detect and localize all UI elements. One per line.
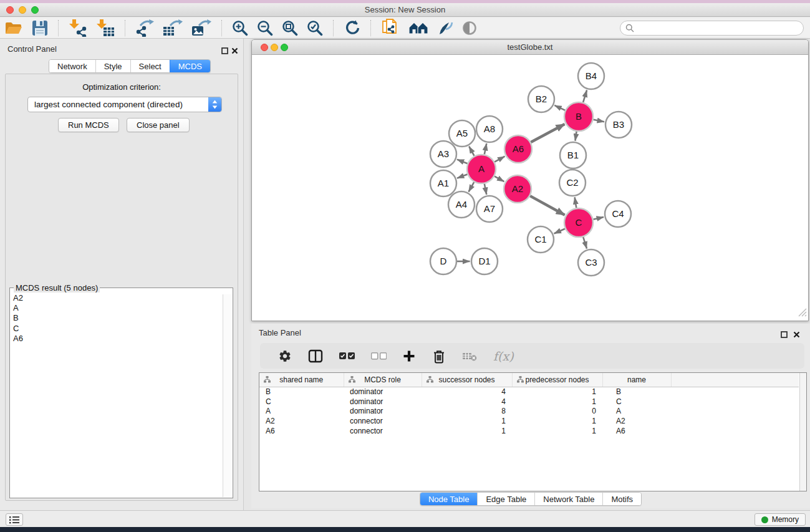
tab-style[interactable]: Style <box>95 60 130 72</box>
table-cell[interactable]: A <box>259 406 344 416</box>
table-cell[interactable]: A2 <box>259 416 344 426</box>
table-cell[interactable]: dominator <box>344 387 422 397</box>
task-history-button[interactable] <box>6 513 23 526</box>
graph-node-A7[interactable]: A7 <box>476 196 503 222</box>
import-network-button[interactable] <box>69 19 87 37</box>
mcds-result-item[interactable]: A6 <box>10 334 233 344</box>
table-cell[interactable]: 1 <box>512 387 602 397</box>
graph-node-C2[interactable]: C2 <box>559 170 586 196</box>
bird-view-button[interactable] <box>462 21 477 36</box>
graph-node-C3[interactable]: C3 <box>578 249 604 276</box>
table-row[interactable]: Cdominator41C <box>259 397 799 407</box>
network-close-button[interactable] <box>261 44 268 51</box>
memory-button[interactable]: Memory <box>755 513 806 526</box>
mcds-result-item[interactable]: C <box>10 324 233 334</box>
column-header-successor-nodes[interactable]: successor nodes <box>422 373 512 387</box>
zoom-fit-button[interactable] <box>282 20 298 36</box>
graph-node-A1[interactable]: A1 <box>430 170 456 196</box>
tab-mcds[interactable]: MCDS <box>170 60 210 72</box>
graph-node-B[interactable]: B <box>564 102 593 131</box>
table-cell[interactable]: dominator <box>344 406 422 416</box>
graph-node-A[interactable]: A <box>467 155 496 183</box>
table-cell[interactable]: 4 <box>422 397 512 407</box>
table-row[interactable]: A2connector11A2 <box>259 416 799 426</box>
table-cell[interactable]: 1 <box>422 426 512 436</box>
graph-edge-A2-C[interactable] <box>530 196 565 215</box>
table-cell[interactable]: C <box>602 397 671 407</box>
zoom-out-button[interactable] <box>257 20 273 36</box>
graph-edge-A-A2[interactable] <box>494 177 504 182</box>
add-column-button[interactable] <box>403 350 415 362</box>
graph-node-B3[interactable]: B3 <box>605 112 632 138</box>
minimize-window-button[interactable] <box>19 6 26 14</box>
column-header-shared-name[interactable]: shared name <box>259 373 344 387</box>
table-close-button[interactable] <box>793 329 800 341</box>
mcds-result-scrollbar[interactable] <box>223 294 232 497</box>
table-cell[interactable]: A6 <box>259 426 344 436</box>
table-cell[interactable]: B <box>602 387 671 397</box>
table-cell[interactable]: connector <box>344 426 422 436</box>
column-header-predecessor-nodes[interactable]: predecessor nodes <box>512 373 602 387</box>
window-resize-grip[interactable] <box>798 308 807 319</box>
graph-node-C1[interactable]: C1 <box>528 226 554 253</box>
tab-network[interactable]: Network <box>49 60 95 72</box>
table-cell[interactable]: B <box>259 387 344 397</box>
mcds-result-item[interactable]: B <box>10 313 233 323</box>
graph-edge-A-A1[interactable] <box>457 175 468 178</box>
graph-edge-A6-B[interactable] <box>531 124 564 142</box>
export-image-button[interactable] <box>191 19 211 37</box>
graph-node-B4[interactable]: B4 <box>578 63 604 89</box>
tab-select[interactable]: Select <box>130 60 170 72</box>
graph-edge-A-A5[interactable] <box>469 147 474 156</box>
tab-node-table[interactable]: Node Table <box>420 493 478 505</box>
graph-node-C4[interactable]: C4 <box>605 201 631 227</box>
table-scrollbar[interactable] <box>799 373 806 491</box>
zoom-in-button[interactable] <box>232 20 248 36</box>
network-maximize-button[interactable] <box>281 44 288 51</box>
graph-edge-A-A6[interactable] <box>494 157 504 162</box>
deselect-all-columns-button[interactable] <box>371 351 387 361</box>
search-input[interactable] <box>638 23 798 32</box>
table-cell[interactable]: connector <box>344 416 422 426</box>
zoom-selected-button[interactable] <box>307 20 323 36</box>
delete-table-button[interactable] <box>463 351 477 362</box>
graph-edge-B-B3[interactable] <box>594 120 605 122</box>
table-cell[interactable]: C <box>259 397 344 407</box>
close-panel-action-button[interactable]: Close panel <box>127 118 190 132</box>
cyndex-browse-button[interactable] <box>408 21 428 35</box>
table-cell[interactable]: A6 <box>602 426 671 436</box>
graph-edge-A-A8[interactable] <box>485 143 487 155</box>
tab-edge-table[interactable]: Edge Table <box>477 493 534 505</box>
graph-edge-A-A3[interactable] <box>457 160 468 164</box>
mcds-result-item[interactable]: A <box>10 303 233 313</box>
save-session-button[interactable] <box>32 20 48 36</box>
graph-edge-B-B4[interactable] <box>583 90 587 103</box>
tab-network-table[interactable]: Network Table <box>534 493 602 505</box>
table-cell[interactable]: 1 <box>512 397 602 407</box>
function-builder-button[interactable]: f(x) <box>493 349 514 363</box>
graph-edge-C-C2[interactable] <box>575 197 577 208</box>
search-box[interactable] <box>620 21 804 36</box>
mcds-result-item[interactable]: A2 <box>10 293 233 303</box>
column-view-button[interactable] <box>308 349 323 363</box>
table-cell[interactable]: dominator <box>344 397 422 407</box>
close-window-button[interactable] <box>6 6 14 14</box>
network-document-button[interactable] <box>381 19 400 37</box>
table-cell[interactable]: 4 <box>422 387 512 397</box>
import-table-button[interactable] <box>96 19 115 37</box>
table-settings-button[interactable] <box>278 349 292 363</box>
graph-edge-A-A4[interactable] <box>469 182 475 192</box>
column-header-mcds-role[interactable]: MCDS role <box>344 373 422 387</box>
graph-node-D[interactable]: D <box>430 248 456 274</box>
refresh-layout-button[interactable] <box>344 20 360 36</box>
graph-node-C[interactable]: C <box>564 208 593 237</box>
table-cell[interactable]: 1 <box>422 416 512 426</box>
network-minimize-button[interactable] <box>271 44 278 51</box>
table-cell[interactable]: A <box>602 406 671 416</box>
export-table-button[interactable] <box>163 19 183 37</box>
table-cell[interactable]: 8 <box>422 406 512 416</box>
export-network-button[interactable] <box>135 19 154 37</box>
table-cell[interactable]: A2 <box>602 416 671 426</box>
close-panel-button[interactable] <box>231 46 238 57</box>
graph-node-A6[interactable]: A6 <box>504 135 532 163</box>
